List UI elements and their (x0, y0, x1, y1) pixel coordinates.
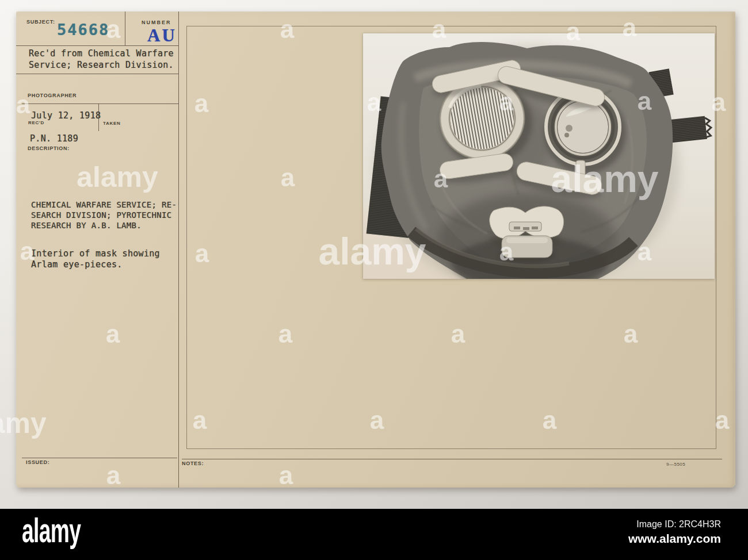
description-line-1: CHEMICAL WARFARE SERVICE; RE- (31, 200, 177, 210)
image-id-text: Image ID: 2RC4H3R (636, 519, 721, 530)
received-line-2: Service; Research Division. (29, 60, 174, 71)
pn-value: P.N. 1189 (30, 133, 78, 144)
number-label: NUMBER (142, 20, 171, 25)
subject-label: SUBJECT: (26, 19, 55, 25)
alamy-footer-bar: alamy Image ID: 2RC4H3R www.alamy.com (0, 509, 748, 560)
gas-mask-photo (363, 33, 715, 279)
main-column-divider (178, 11, 179, 488)
form-number: 9—5505 (666, 462, 685, 467)
rule-photographer (22, 103, 178, 104)
description-line-2: SEARCH DIVISION; PYROTECHNIC (31, 210, 171, 220)
caption-line-2: Arlam eye-pieces. (31, 259, 123, 270)
rule-notes (182, 459, 722, 459)
gas-mask-illustration (363, 33, 715, 279)
notes-label: NOTES: (182, 461, 204, 466)
rule-under-received (16, 74, 178, 74)
recd-label: REC'D (28, 120, 44, 125)
mouthpiece-block (499, 236, 555, 264)
page-background: SUBJECT: 54668 NUMBER AU Rec'd from Chem… (0, 0, 748, 560)
caption-line-1: Interior of mask showing (31, 248, 160, 259)
photographer-label: PHOTOGRAPHER (28, 93, 77, 98)
description-line-3: RESEARCH BY A.B. LAMB. (31, 220, 142, 231)
number-stamp: AU (147, 25, 177, 46)
alamy-logo: alamy (22, 513, 81, 548)
alamy-url-text: www.alamy.com (628, 532, 721, 546)
received-line-1: Rec'd from Chemical Warfare (29, 48, 174, 59)
description-label: DESCRIPTION: (28, 145, 70, 151)
divider-subject-number (125, 11, 125, 45)
issued-label: ISSUED: (26, 459, 49, 465)
rule-issued (22, 458, 177, 458)
taken-label: TAKEN (103, 121, 120, 126)
subject-number: 54668 (57, 21, 109, 39)
